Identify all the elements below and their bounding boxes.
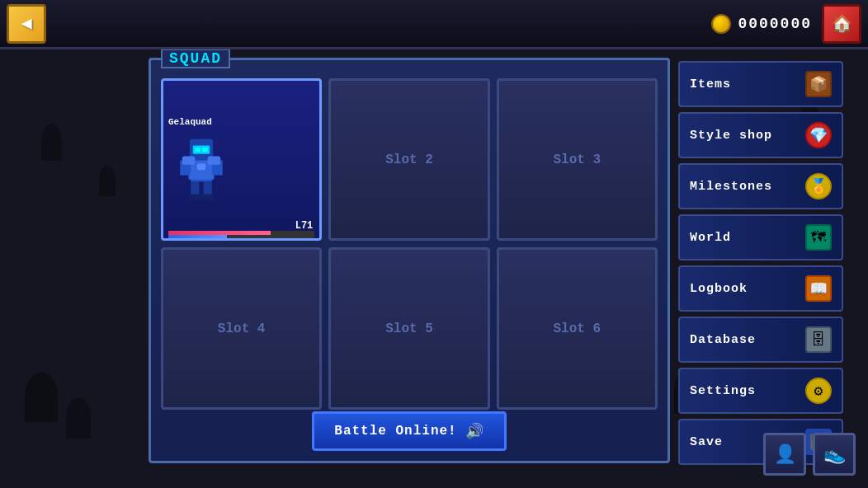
main-content: SQUAD Gelaquad xyxy=(149,58,843,463)
squad-slot-4[interactable]: Slot 4 xyxy=(161,247,322,410)
squad-slot-1[interactable]: Gelaquad xyxy=(161,78,322,241)
svg-rect-8 xyxy=(191,181,199,196)
svg-rect-4 xyxy=(195,148,200,152)
coin-icon xyxy=(711,14,731,34)
svg-rect-5 xyxy=(202,148,207,152)
menu-item-milestones[interactable]: Milestones 🏅 xyxy=(678,163,843,209)
squad-slot-5[interactable]: Slot 5 xyxy=(328,247,489,410)
menu-label-milestones: Milestones xyxy=(690,180,772,194)
svg-rect-13 xyxy=(208,156,220,164)
menu-item-items[interactable]: Items 📦 xyxy=(678,61,843,107)
mana-bar xyxy=(168,235,314,238)
home-button[interactable]: 🏠 xyxy=(822,4,861,44)
bottom-btn-shoes[interactable]: 👟 xyxy=(813,433,856,476)
world-icon: 🗺 xyxy=(805,224,832,251)
slot-4-label: Slot 4 xyxy=(218,321,266,336)
menu-label-save: Save xyxy=(690,435,723,449)
silhouette-1 xyxy=(25,373,58,422)
silhouette-4 xyxy=(41,124,62,161)
svg-rect-11 xyxy=(201,194,214,199)
silhouette-5 xyxy=(99,165,116,196)
squad-title: SQUAD xyxy=(161,49,230,68)
char-level: L71 xyxy=(295,220,314,232)
svg-rect-14 xyxy=(197,163,205,170)
slot-5-label: Slot 5 xyxy=(385,321,433,336)
speaker-icon: 🔊 xyxy=(465,422,484,440)
battle-btn-row: Battle Online! 🔊 xyxy=(151,411,668,451)
logbook-icon: 📖 xyxy=(805,275,832,302)
squad-slot-2[interactable]: Slot 2 xyxy=(328,78,489,241)
top-bar: ◀ 0000000 🏠 xyxy=(0,0,868,49)
menu-item-logbook[interactable]: Logbook 📖 xyxy=(678,265,843,312)
menu-label-database: Database xyxy=(690,333,756,347)
database-icon: 🗄 xyxy=(805,326,832,353)
menu-item-style-shop[interactable]: Style shop 💎 xyxy=(678,112,843,158)
menu-label-style-shop: Style shop xyxy=(690,129,772,143)
menu-label-logbook: Logbook xyxy=(690,282,748,296)
battle-online-button[interactable]: Battle Online! 🔊 xyxy=(312,411,506,451)
squad-panel: SQUAD Gelaquad xyxy=(149,58,670,463)
slot-2-label: Slot 2 xyxy=(385,152,433,167)
settings-icon: ⚙ xyxy=(805,378,832,404)
menu-label-world: World xyxy=(690,231,731,245)
back-button[interactable]: ◀ xyxy=(7,4,46,44)
svg-rect-12 xyxy=(182,156,195,164)
mana-bar-fill xyxy=(168,235,227,238)
char-name: Gelaquad xyxy=(168,117,212,127)
menu-item-world[interactable]: World 🗺 xyxy=(678,214,843,260)
menu-item-settings[interactable]: Settings ⚙ xyxy=(678,368,843,414)
top-bar-center: 0000000 xyxy=(46,14,822,34)
bottom-right-buttons: 👤 👟 xyxy=(763,433,856,476)
coin-count: 0000000 xyxy=(738,16,812,32)
items-icon: 📦 xyxy=(805,71,832,97)
bottom-btn-character[interactable]: 👤 xyxy=(763,433,806,476)
squad-grid: Gelaquad xyxy=(161,78,658,410)
silhouette-2 xyxy=(66,397,91,439)
slot-3-label: Slot 3 xyxy=(554,152,601,167)
menu-item-database[interactable]: Database 🗄 xyxy=(678,317,843,363)
svg-rect-10 xyxy=(189,194,201,199)
slot-6-label: Slot 6 xyxy=(554,321,601,336)
squad-slot-3[interactable]: Slot 3 xyxy=(497,78,658,241)
right-menu: Items 📦 Style shop 💎 Milestones 🏅 World … xyxy=(678,58,843,463)
character-sprite xyxy=(168,129,234,203)
milestones-icon: 🏅 xyxy=(805,173,832,199)
menu-label-settings: Settings xyxy=(690,384,756,398)
style-shop-icon: 💎 xyxy=(805,122,832,148)
squad-slot-6[interactable]: Slot 6 xyxy=(497,247,658,410)
svg-rect-9 xyxy=(204,181,212,196)
battle-btn-label: Battle Online! xyxy=(334,424,456,439)
menu-label-items: Items xyxy=(690,77,731,92)
